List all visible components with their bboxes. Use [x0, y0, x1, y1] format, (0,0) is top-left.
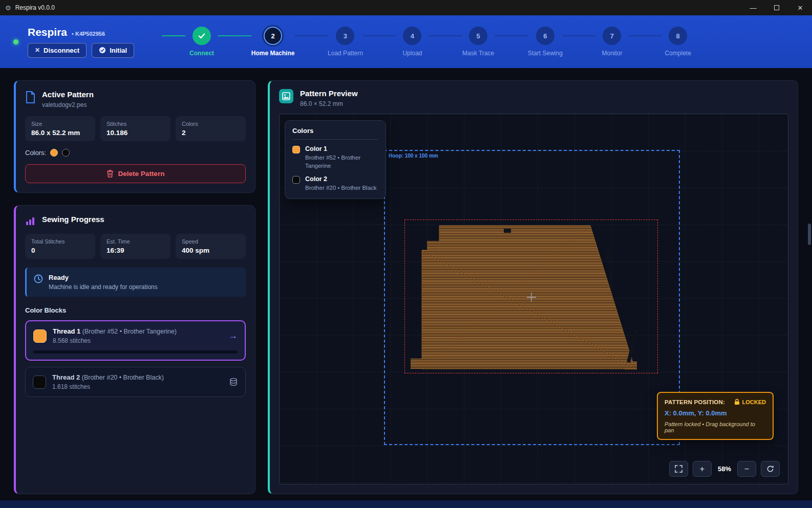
initial-button[interactable]: Initial	[92, 43, 134, 58]
zoom-out-button[interactable]: −	[737, 461, 756, 477]
status-message: Machine is idle and ready for operations	[49, 283, 158, 291]
step-upload[interactable]: 4 Upload	[396, 27, 429, 57]
bar-chart-icon	[25, 216, 35, 226]
thread-2-stitches: 1.618 stitches	[52, 383, 223, 390]
maximize-icon	[774, 5, 779, 10]
preview-dimensions: 86.0 × 52.2 mm	[300, 100, 358, 107]
machine-status-box: Ready Machine is idle and ready for oper…	[25, 268, 246, 297]
position-title: PATTERN POSITION:	[665, 399, 725, 405]
thread-2-name: Thread 2 (Brother #20 • Brother Black)	[52, 373, 223, 381]
zoom-in-button[interactable]: +	[693, 461, 712, 477]
brand-block: Respira • K4P502956 ✕ Disconnect Initial	[13, 26, 134, 58]
thread-1-name: Thread 1 (Brother #52 • Brother Tangerin…	[53, 327, 222, 335]
step-load-pattern[interactable]: 3 Load Pattern	[328, 27, 363, 57]
lock-icon	[734, 399, 740, 405]
locked-badge: LOCKED	[734, 399, 766, 405]
connection-status-dot	[13, 39, 18, 45]
layers-icon	[229, 378, 238, 387]
file-icon	[25, 91, 35, 103]
step-label: Connect	[189, 50, 214, 57]
step-circle: 8	[669, 27, 687, 45]
thread-block-2[interactable]: Thread 2 (Brother #20 • Brother Black) 1…	[25, 367, 246, 397]
color-blocks-title: Color Blocks	[25, 306, 246, 314]
x-icon: ✕	[35, 47, 40, 54]
step-start-sewing[interactable]: 6 Start Sewing	[528, 27, 563, 57]
preview-title: Pattern Preview	[300, 89, 358, 98]
step-circle: 2	[264, 27, 282, 45]
active-pattern-title: Active Pattern	[42, 90, 94, 99]
thread-1-swatch	[33, 329, 47, 343]
stat-est-time: Est. Time 16:39	[100, 234, 170, 259]
step-circle: 7	[603, 27, 621, 45]
step-label: Home Machine	[251, 50, 295, 57]
stepper-line	[294, 35, 328, 36]
step-monitor[interactable]: 7 Monitor	[595, 27, 628, 57]
colors-legend: Colors Color 1 Brother #52 • Brother Tan…	[285, 120, 386, 199]
step-label: Load Pattern	[328, 50, 363, 57]
footer-bar	[0, 500, 812, 508]
pattern-position-overlay: PATTERN POSITION: LOCKED X: 0.0mm, Y: 0.…	[657, 392, 774, 440]
step-circle: 4	[403, 27, 421, 45]
legend-swatch-1	[292, 146, 300, 153]
step-label: Upload	[402, 50, 422, 57]
pattern-colors-row: Colors:	[25, 149, 246, 157]
step-label: Complete	[665, 50, 691, 57]
window-controls: — ✕	[741, 0, 812, 15]
step-label: Mask Trace	[462, 50, 494, 57]
delete-pattern-button[interactable]: Delete Pattern	[25, 164, 246, 183]
step-label: Start Sewing	[528, 50, 563, 57]
scrollbar-thumb[interactable]	[808, 224, 811, 245]
reset-view-button[interactable]	[761, 461, 780, 477]
trash-icon	[106, 170, 114, 178]
brand-title: Respira	[28, 26, 67, 38]
stat-colors: Colors 2	[176, 116, 246, 141]
image-icon	[279, 89, 293, 103]
stepper-line	[218, 35, 251, 36]
step-circle: 1	[193, 27, 211, 45]
zoom-controls: + 58% −	[669, 461, 780, 477]
thread-1-progress-bar	[33, 350, 238, 354]
serial-number: • K4P502956	[72, 31, 105, 37]
main-content: Active Pattern valetudogv2.pes Size 86.0…	[0, 68, 812, 500]
clock-icon	[34, 274, 43, 283]
app-window: ⚙ Respira v0.0.0 — ✕ Respira • K4P502956…	[0, 0, 812, 508]
position-coords: X: 0.0mm, Y: 0.0mm	[665, 409, 766, 417]
color-dot-orange	[50, 149, 58, 157]
step-home-machine[interactable]: 2 Home Machine	[251, 27, 295, 57]
preview-canvas[interactable]: Colors Color 1 Brother #52 • Brother Tan…	[279, 114, 788, 484]
stepper-line	[162, 35, 185, 36]
stepper-line	[429, 35, 462, 36]
titlebar: ⚙ Respira v0.0.0 — ✕	[0, 0, 812, 15]
minimize-button[interactable]: —	[741, 0, 765, 15]
sewing-progress-card: Sewing Progress Total Stitches 0 Est. Ti…	[14, 205, 255, 494]
position-hint: Pattern locked • Drag background to pan	[665, 421, 766, 433]
step-label: Monitor	[602, 50, 622, 57]
step-circle: 5	[469, 27, 487, 45]
stat-total-stitches: Total Stitches 0	[25, 234, 95, 259]
maximize-button[interactable]	[765, 0, 788, 15]
stepper-line	[495, 35, 528, 36]
step-circle: 3	[336, 27, 354, 45]
app-icon: ⚙	[5, 4, 11, 12]
step-mask-trace[interactable]: 5 Mask Trace	[462, 27, 495, 57]
arrow-right-icon: →	[228, 330, 238, 341]
embroidery-pattern	[411, 226, 638, 370]
wizard-stepper: 1 Connect 2 Home Machine 3 Load Pattern …	[162, 27, 694, 57]
stepper-line	[628, 35, 661, 36]
color-dot-black	[62, 149, 70, 157]
window-title: Respira v0.0.0	[15, 4, 55, 11]
step-connect[interactable]: 1 Connect	[185, 27, 218, 57]
stepper-line	[363, 35, 396, 36]
check-circle-icon	[99, 47, 106, 54]
legend-item-color-2: Color 2 Brother #20 • Brother Black	[292, 175, 378, 192]
disconnect-button[interactable]: ✕ Disconnect	[28, 43, 87, 58]
thread-block-1[interactable]: Thread 1 (Brother #52 • Brother Tangerin…	[25, 320, 246, 361]
sewing-progress-title: Sewing Progress	[42, 215, 104, 224]
active-pattern-card: Active Pattern valetudogv2.pes Size 86.0…	[14, 80, 255, 193]
thread-2-swatch	[33, 376, 46, 389]
left-sidebar: Active Pattern valetudogv2.pes Size 86.0…	[14, 80, 255, 494]
stat-stitches: Stitches 10.186	[100, 116, 170, 141]
close-button[interactable]: ✕	[788, 0, 812, 15]
step-complete[interactable]: 8 Complete	[661, 27, 694, 57]
fit-to-screen-button[interactable]	[669, 461, 688, 477]
